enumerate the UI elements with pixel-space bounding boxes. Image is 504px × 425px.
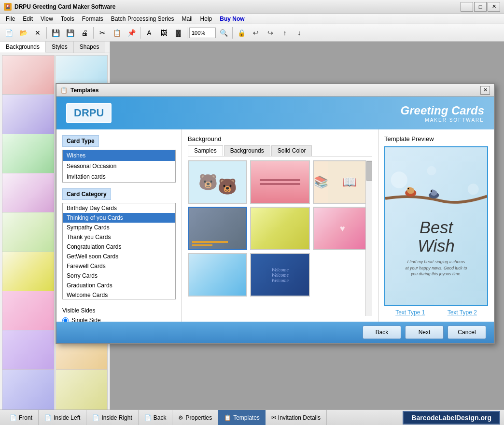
toolbar-sep-2 <box>93 27 94 39</box>
cat-sympathy[interactable]: Sympathy Cards <box>63 223 175 232</box>
tab-backgrounds[interactable]: Backgrounds <box>0 42 46 53</box>
bg-sample-8[interactable]: WelcomeWelcomeWelcome <box>250 253 309 297</box>
save-button[interactable]: 💾 <box>49 26 62 40</box>
cat-birthday[interactable]: Birthday Day Cards <box>63 203 175 213</box>
minimize-button[interactable]: ─ <box>461 2 473 12</box>
cat-welcome[interactable]: Welcome Cards <box>63 290 175 299</box>
status-invitation[interactable]: ✉ Invitation Details <box>266 410 327 425</box>
bg-sample-6[interactable]: ♥ <box>313 207 372 250</box>
menu-file[interactable]: File <box>2 14 19 23</box>
status-inside-right[interactable]: 📄 Inside Right <box>86 410 138 425</box>
front-icon: 📄 <box>10 414 17 421</box>
card-type-label: Card Type <box>62 135 99 147</box>
templates-status-icon: 📋 <box>224 414 231 421</box>
svg-point-11 <box>431 190 432 192</box>
cut-button[interactable]: ✂ <box>96 26 109 40</box>
menu-batch-processing[interactable]: Batch Processing Series <box>107 14 178 23</box>
cat-thankyou[interactable]: Thank you Cards <box>63 232 175 242</box>
redo-button[interactable]: ↪ <box>264 26 277 40</box>
back-status-icon: 📄 <box>144 414 152 421</box>
status-properties[interactable]: ⚙ Properties <box>172 410 218 425</box>
status-templates[interactable]: 📋 Templates <box>218 410 266 425</box>
cat-congratulation[interactable]: Congratulation Cards <box>63 242 175 252</box>
text-button[interactable]: A <box>142 26 156 40</box>
card-type-wishes[interactable]: Wishes <box>63 150 175 161</box>
open-button[interactable]: 📂 <box>16 26 30 40</box>
tab-shapes[interactable]: Shapes <box>74 42 106 53</box>
print-button[interactable]: 🖨 <box>78 26 91 40</box>
dialog-title-text: Templates <box>70 87 98 94</box>
bg-tab-samples[interactable]: Samples <box>188 145 223 156</box>
status-bar: 📄 Front 📄 Inside Left 📄 Inside Right 📄 B… <box>0 410 504 425</box>
dialog-title-left: 📋 Templates <box>60 87 98 94</box>
image-button[interactable]: 🖼 <box>157 26 170 40</box>
dialog-middle-panel: Background Samples Backgrounds Solid Col… <box>182 129 378 322</box>
dialog-close-button[interactable]: ✕ <box>480 86 490 95</box>
tab-styles[interactable]: Styles <box>46 42 74 53</box>
cat-sorry[interactable]: Sorry Cards <box>63 271 175 281</box>
close-toolbar-button[interactable]: ✕ <box>31 26 44 40</box>
card-type-invitation[interactable]: Invitation cards <box>63 171 175 182</box>
status-inside-left-label: Inside Left <box>54 414 80 421</box>
status-inside-right-label: Inside Right <box>101 414 132 421</box>
copy-button[interactable]: 📋 <box>110 26 124 40</box>
menu-edit[interactable]: Edit <box>19 14 37 23</box>
menu-formats[interactable]: Formats <box>78 14 107 23</box>
bg-tab-backgrounds[interactable]: Backgrounds <box>224 145 270 156</box>
close-button[interactable]: ✕ <box>488 2 500 12</box>
next-button[interactable]: Next <box>405 326 444 339</box>
status-inside-left[interactable]: 📄 Inside Left <box>39 410 86 425</box>
title-bar-controls: ─ □ ✕ <box>461 2 500 12</box>
bg-sample-3[interactable]: 📖 <box>313 160 372 204</box>
invitation-icon: ✉ <box>271 414 276 421</box>
menu-tools[interactable]: Tools <box>57 14 78 23</box>
menu-view[interactable]: View <box>37 14 57 23</box>
menu-mail[interactable]: Mail <box>178 14 196 23</box>
zoom-in-button[interactable]: 🔍 <box>217 26 230 40</box>
bg-samples-grid: 🐻 📖 <box>188 160 372 297</box>
cancel-button[interactable]: Cancel <box>448 326 486 339</box>
status-back[interactable]: 📄 Back <box>139 410 173 425</box>
new-button[interactable]: 📄 <box>2 26 15 40</box>
cat-farewell[interactable]: Farewell Cards <box>63 261 175 271</box>
barcode-button[interactable]: ▓ <box>171 26 185 40</box>
app-icon: 🎴 <box>4 3 12 11</box>
zoom-input[interactable] <box>189 28 216 38</box>
text-type-2-link[interactable]: Text Type 2 <box>448 309 477 316</box>
bg-sample-7[interactable] <box>188 253 247 297</box>
background-title: Background <box>188 135 372 142</box>
bg-sample-1[interactable]: 🐻 <box>188 160 247 204</box>
menu-help[interactable]: Help <box>196 14 216 23</box>
greeting-cards-text: Greeting Cards MAKER SOFTWARE <box>401 104 484 123</box>
side-single-radio[interactable] <box>62 317 69 322</box>
scroll-thumb[interactable] <box>366 161 372 181</box>
preview-svg: Best Wish I find my heart singing a chor… <box>385 147 487 305</box>
bg-sample-4[interactable] <box>188 207 247 250</box>
up-button[interactable]: ↑ <box>278 26 292 40</box>
bg-sample-5[interactable] <box>250 207 309 250</box>
menu-buy-now[interactable]: Buy Now <box>216 14 248 23</box>
maximize-button[interactable]: □ <box>474 2 487 12</box>
back-button[interactable]: Back <box>363 326 401 339</box>
text-type-1-link[interactable]: Text Type 1 <box>395 309 425 316</box>
down-button[interactable]: ↓ <box>293 26 306 40</box>
bg-thumb-17[interactable] <box>2 369 55 410</box>
card-type-seasonal[interactable]: Seasonal Occasion <box>63 161 175 171</box>
status-front[interactable]: 📄 Front <box>4 410 39 425</box>
menu-bar: File Edit View Tools Formats Batch Proce… <box>0 14 504 24</box>
cat-graduation[interactable]: Graduation Cards <box>63 281 175 290</box>
cat-thinking[interactable]: Thinking of you Cards <box>63 213 175 223</box>
svg-point-2 <box>468 184 479 195</box>
paste-button[interactable]: 📌 <box>125 26 138 40</box>
bg-tab-solid[interactable]: Solid Color <box>271 145 312 156</box>
card-category-list: Birthday Day Cards Thinking of you Cards… <box>62 203 176 299</box>
save-as-button[interactable]: 💾 <box>63 26 77 40</box>
lock-button[interactable]: 🔒 <box>235 26 248 40</box>
undo-button[interactable]: ↩ <box>249 26 263 40</box>
bg-sample-2[interactable] <box>250 160 309 204</box>
cat-getwell[interactable]: GetWell soon Cards <box>63 252 175 261</box>
status-front-label: Front <box>19 414 32 421</box>
svg-text:Best: Best <box>420 218 453 237</box>
side-single[interactable]: Single Side <box>62 317 176 322</box>
bg-thumb-18[interactable] <box>56 369 108 410</box>
